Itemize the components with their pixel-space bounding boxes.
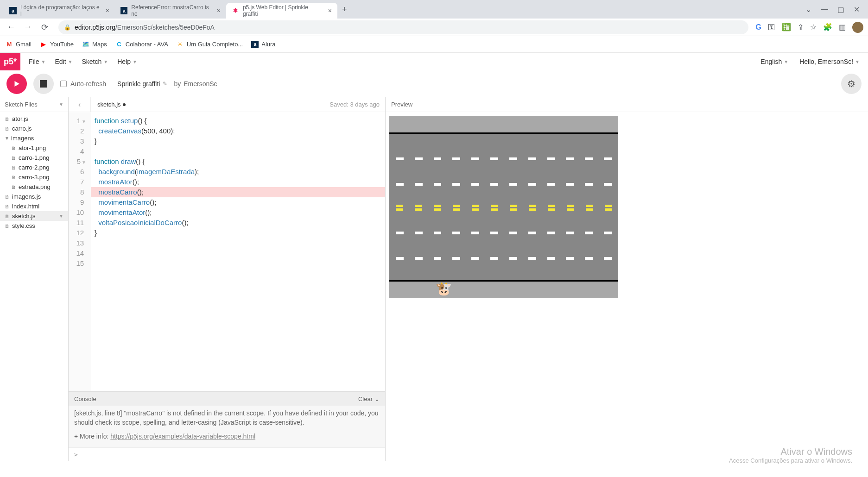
line-number: 3 <box>69 136 89 146</box>
close-icon[interactable]: × <box>328 7 332 14</box>
lane-dashes <box>396 232 612 234</box>
code-body[interactable]: function setup() { createCanvas(500, 400… <box>91 112 385 391</box>
file-item[interactable]: 🗎carro-3.png <box>0 172 68 182</box>
console-output[interactable]: [sketch.js, line 8] "mostraCarro" is not… <box>69 406 385 447</box>
settings-button[interactable]: ⚙ <box>841 74 862 94</box>
file-item[interactable]: 🗎carro-2.png <box>0 163 68 172</box>
google-icon[interactable]: G <box>756 23 761 31</box>
chevron-down-icon: ⌄ <box>374 395 380 402</box>
play-button[interactable] <box>6 74 27 94</box>
file-item[interactable]: 🗎imagens.js <box>0 192 68 201</box>
line-number: 15 <box>69 258 89 269</box>
checkbox-icon[interactable] <box>60 81 67 87</box>
line-number: 8 <box>69 187 89 197</box>
sketch-canvas[interactable]: 🐮 <box>389 116 618 298</box>
code-editor[interactable]: 1▼2 3 4 5▼6 7 8 9 10 11 12 13 14 15 func… <box>69 112 385 391</box>
file-name: carro-2.png <box>19 164 49 171</box>
bookmark-alura[interactable]: aAlura <box>251 41 275 48</box>
auto-refresh-toggle[interactable]: Auto-refresh <box>60 80 106 88</box>
minimize-icon[interactable]: — <box>821 5 828 14</box>
file-icon: 🗎 <box>11 145 17 151</box>
line-number: 6 <box>69 167 89 177</box>
language-selector[interactable]: English▼ <box>760 58 788 65</box>
extensions-icon[interactable]: 🧩 <box>823 23 832 31</box>
unsaved-dot-icon <box>123 103 126 106</box>
share-icon[interactable]: ⇪ <box>798 23 804 31</box>
bookmark-guia[interactable]: ✳Um Guia Completo... <box>177 41 243 48</box>
road-border <box>389 132 618 134</box>
console-input[interactable]: > <box>69 447 385 461</box>
file-name: carro-3.png <box>19 174 49 181</box>
file-name: imagens.js <box>12 193 41 200</box>
line-number: 10 <box>69 207 89 218</box>
sidepanel-icon[interactable]: ▥ <box>839 23 846 31</box>
file-item[interactable]: 🗎sketch.js▼ <box>0 211 68 221</box>
preview-column: Preview 🐮 <box>385 97 868 461</box>
bookmark-maps[interactable]: 🗺️Maps <box>82 41 107 48</box>
menu-help[interactable]: Help▼ <box>117 58 137 65</box>
maximize-icon[interactable]: ▢ <box>837 5 844 14</box>
reload-button[interactable]: ⟳ <box>38 21 51 34</box>
url-text: editor.p5js.org/EmersonSc/sketches/5eeD0… <box>75 24 215 31</box>
lock-icon: 🔒 <box>64 24 71 31</box>
by-label: by <box>174 80 181 88</box>
stop-button[interactable] <box>33 74 54 94</box>
file-name: style.css <box>12 222 35 229</box>
console-link[interactable]: https://p5js.org/examples/data-variable-… <box>110 433 255 440</box>
file-item[interactable]: 🗎estrada.png <box>0 182 68 192</box>
console-clear-button[interactable]: Clear ⌄ <box>358 395 380 402</box>
tab-title: Lógica de programação: laços e l <box>20 4 102 17</box>
file-item[interactable]: 🗎index.html <box>0 201 68 211</box>
star-icon[interactable]: ☆ <box>810 23 817 31</box>
file-item[interactable]: 🗎ator.js <box>0 114 68 124</box>
console-panel: Console Clear ⌄ [sketch.js, line 8] "mos… <box>69 391 385 461</box>
file-name: ator.js <box>12 115 28 122</box>
line-number: 13 <box>69 238 89 248</box>
p5-logo[interactable]: p5* <box>0 53 20 70</box>
file-item[interactable]: 🗎carro-1.png <box>0 153 68 163</box>
back-button[interactable]: ← <box>5 21 18 34</box>
translate-icon[interactable]: 🈯 <box>782 23 791 31</box>
file-item[interactable]: 🗎style.css <box>0 221 68 231</box>
bookmark-youtube[interactable]: ▶YouTube <box>40 41 74 48</box>
profile-avatar[interactable] <box>852 22 863 33</box>
chevron-down-icon[interactable]: ▼ <box>59 102 63 107</box>
folder-arrow-icon: ▼ <box>5 136 9 141</box>
file-icon: 🗎 <box>5 126 10 132</box>
browser-tab[interactable]: a Lógica de programação: laços e l × <box>4 3 115 19</box>
menu-file[interactable]: File▼ <box>29 58 45 65</box>
user-menu[interactable]: Hello, EmersonSc!▼ <box>799 58 860 65</box>
sidebar-header[interactable]: Sketch Files ▼ <box>0 97 68 112</box>
file-name: imagens <box>11 135 34 142</box>
key-icon[interactable]: ⚿ <box>768 23 775 31</box>
file-tree: 🗎ator.js🗎carro.js▼imagens🗎ator-1.png🗎car… <box>0 112 68 232</box>
close-icon[interactable]: × <box>217 7 221 14</box>
stop-icon <box>40 80 47 88</box>
new-tab-button[interactable]: + <box>337 5 352 14</box>
forward-button[interactable]: → <box>21 21 34 34</box>
file-options-icon[interactable]: ▼ <box>59 213 63 219</box>
close-icon[interactable]: × <box>106 7 109 14</box>
file-name: sketch.js <box>12 213 36 220</box>
pencil-icon[interactable]: ✎ <box>163 81 167 87</box>
window-close-icon[interactable]: ✕ <box>854 5 860 14</box>
line-number: 4 <box>69 146 89 157</box>
bookmark-colaborar[interactable]: CColaborar - AVA <box>115 41 168 48</box>
collapse-sidebar-button[interactable]: ‹ <box>69 97 91 112</box>
browser-tab-active[interactable]: ✱ p5.js Web Editor | Sprinkle graffiti × <box>226 3 337 19</box>
url-input[interactable]: 🔒 editor.p5js.org/EmersonSc/sketches/5ee… <box>58 20 748 34</box>
browser-tab[interactable]: a ReferenceError: mostraCarro is no × <box>115 3 226 19</box>
folder-item[interactable]: ▼imagens <box>0 133 68 143</box>
preview-header: Preview <box>386 97 868 112</box>
line-number: 5▼ <box>69 157 89 167</box>
bookmark-gmail[interactable]: MGmail <box>6 41 32 48</box>
menu-edit[interactable]: Edit▼ <box>55 58 72 65</box>
tabs-chevron-icon[interactable]: ⌄ <box>805 5 811 14</box>
line-number: 9 <box>69 197 89 207</box>
file-item[interactable]: 🗎carro.js <box>0 124 68 133</box>
tab-title: ReferenceError: mostraCarro is no <box>131 4 213 17</box>
menu-sketch[interactable]: Sketch▼ <box>82 58 108 65</box>
file-item[interactable]: 🗎ator-1.png <box>0 143 68 153</box>
file-tab[interactable]: sketch.js <box>91 101 132 108</box>
file-sidebar: Sketch Files ▼ 🗎ator.js🗎carro.js▼imagens… <box>0 97 69 461</box>
